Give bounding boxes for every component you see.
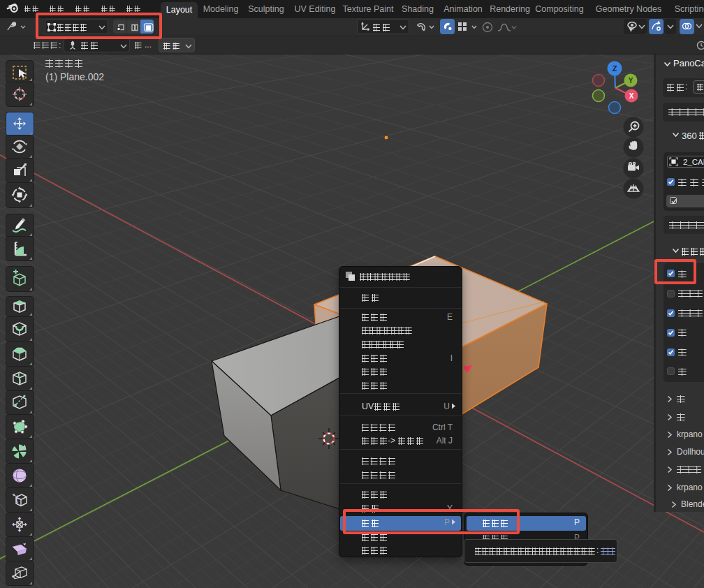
svg-text:Y: Y (629, 77, 633, 84)
svg-text:Z: Z (613, 64, 617, 73)
svg-text:X: X (629, 92, 634, 100)
